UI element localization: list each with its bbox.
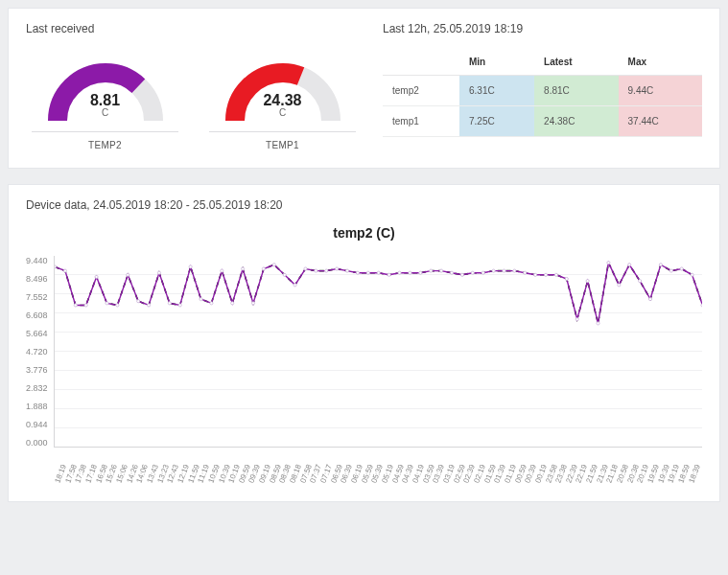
svg-point-25 xyxy=(314,269,317,272)
chart-title: temp2 (C) xyxy=(26,225,702,241)
chart-panel: Device data, 24.05.2019 18:20 - 25.05.20… xyxy=(8,184,720,502)
summary-table: Min Latest Max temp26.31C8.81C9.44Ctemp1… xyxy=(383,49,702,137)
svg-point-60 xyxy=(680,267,683,270)
svg-point-55 xyxy=(627,264,630,266)
svg-point-47 xyxy=(544,273,547,276)
svg-point-11 xyxy=(168,302,171,305)
y-tick: 5.664 xyxy=(26,329,48,338)
svg-point-33 xyxy=(397,271,400,274)
svg-point-56 xyxy=(638,280,641,283)
y-tick: 7.552 xyxy=(26,292,48,302)
svg-point-26 xyxy=(324,269,327,272)
svg-point-45 xyxy=(523,271,526,274)
last-received-section: Last received 8.81CTEMP224.38CTEMP1 xyxy=(26,22,362,150)
svg-point-9 xyxy=(147,304,150,307)
y-tick: 0.944 xyxy=(26,420,48,429)
svg-point-46 xyxy=(533,273,536,276)
gauge-temp2: 8.81CTEMP2 xyxy=(26,49,184,150)
svg-point-4 xyxy=(95,275,98,278)
y-tick: 2.832 xyxy=(26,383,48,393)
svg-point-23 xyxy=(294,284,296,287)
svg-point-16 xyxy=(220,269,223,272)
svg-point-28 xyxy=(345,269,348,272)
svg-point-39 xyxy=(460,273,463,276)
gauge-label: TEMP1 xyxy=(203,140,362,150)
y-tick: 9.440 xyxy=(26,256,48,265)
svg-point-62 xyxy=(700,304,702,307)
cell-latest: 24.38C xyxy=(534,106,618,137)
y-axis: 9.4408.4967.5526.6085.6644.7203.7762.832… xyxy=(26,256,54,448)
svg-point-13 xyxy=(189,265,192,268)
y-tick: 8.496 xyxy=(26,274,48,284)
svg-point-29 xyxy=(356,271,359,274)
svg-point-34 xyxy=(408,271,411,274)
svg-point-32 xyxy=(387,273,390,276)
svg-point-19 xyxy=(251,302,254,305)
svg-point-20 xyxy=(262,267,265,270)
svg-point-40 xyxy=(471,271,474,274)
svg-point-14 xyxy=(199,298,201,301)
svg-point-3 xyxy=(84,304,87,307)
svg-point-50 xyxy=(575,318,578,321)
svg-point-52 xyxy=(596,322,599,325)
y-tick: 6.608 xyxy=(26,310,48,320)
svg-point-36 xyxy=(429,269,432,272)
row-name: temp2 xyxy=(383,76,459,106)
svg-point-44 xyxy=(512,269,515,272)
y-tick: 1.888 xyxy=(26,402,48,411)
svg-point-38 xyxy=(450,271,453,274)
svg-point-1 xyxy=(63,269,66,272)
y-tick: 3.776 xyxy=(26,365,48,375)
svg-point-30 xyxy=(366,271,369,274)
top-panel: Last received 8.81CTEMP224.38CTEMP1 Last… xyxy=(8,8,720,169)
cell-min: 6.31C xyxy=(459,76,534,106)
device-data-title: Device data, 24.05.2019 18:20 - 25.05.20… xyxy=(26,198,702,212)
svg-point-18 xyxy=(241,267,244,270)
svg-point-5 xyxy=(105,302,107,305)
gauge-label: TEMP2 xyxy=(26,140,184,150)
col-latest: Latest xyxy=(534,49,618,76)
svg-point-10 xyxy=(157,271,160,274)
svg-point-2 xyxy=(74,304,77,307)
svg-point-7 xyxy=(126,273,129,276)
cell-latest: 8.81C xyxy=(534,76,618,106)
svg-point-48 xyxy=(554,273,557,276)
svg-point-35 xyxy=(418,271,421,274)
svg-point-61 xyxy=(691,273,693,276)
svg-point-17 xyxy=(230,302,233,305)
row-name: temp1 xyxy=(383,106,459,137)
svg-point-12 xyxy=(178,304,181,307)
table-row: temp26.31C8.81C9.44C xyxy=(383,76,702,106)
y-tick: 4.720 xyxy=(26,347,48,356)
gauge-temp1: 24.38CTEMP1 xyxy=(203,49,362,150)
svg-point-41 xyxy=(481,271,484,274)
cell-max: 9.44C xyxy=(619,76,702,106)
svg-point-21 xyxy=(272,264,275,266)
svg-point-0 xyxy=(55,265,57,268)
svg-point-59 xyxy=(669,269,672,272)
last-received-title: Last received xyxy=(26,22,362,35)
cell-max: 37.44C xyxy=(619,106,702,137)
svg-point-24 xyxy=(303,267,306,270)
col-min: Min xyxy=(459,49,534,76)
svg-point-42 xyxy=(492,269,495,272)
summary-section: Last 12h, 25.05.2019 18:19 Min Latest Ma… xyxy=(383,22,702,150)
svg-point-27 xyxy=(335,267,338,270)
svg-point-43 xyxy=(502,269,505,272)
y-tick: 0.000 xyxy=(26,438,48,448)
svg-point-15 xyxy=(209,302,212,305)
plot-area[interactable] xyxy=(54,256,702,448)
svg-point-54 xyxy=(617,284,620,287)
table-row: temp17.25C24.38C37.44C xyxy=(383,106,702,137)
col-blank xyxy=(383,49,459,76)
summary-title: Last 12h, 25.05.2019 18:19 xyxy=(383,22,702,35)
svg-point-37 xyxy=(439,269,442,272)
svg-point-58 xyxy=(659,264,662,266)
svg-point-6 xyxy=(115,304,118,307)
svg-point-31 xyxy=(377,271,380,274)
svg-point-51 xyxy=(586,280,589,283)
svg-point-57 xyxy=(648,298,651,301)
svg-point-53 xyxy=(606,262,609,264)
col-max: Max xyxy=(619,49,702,76)
x-axis: 18:1917:5817:3817:1816:5815:2615:0614:26… xyxy=(59,451,702,484)
